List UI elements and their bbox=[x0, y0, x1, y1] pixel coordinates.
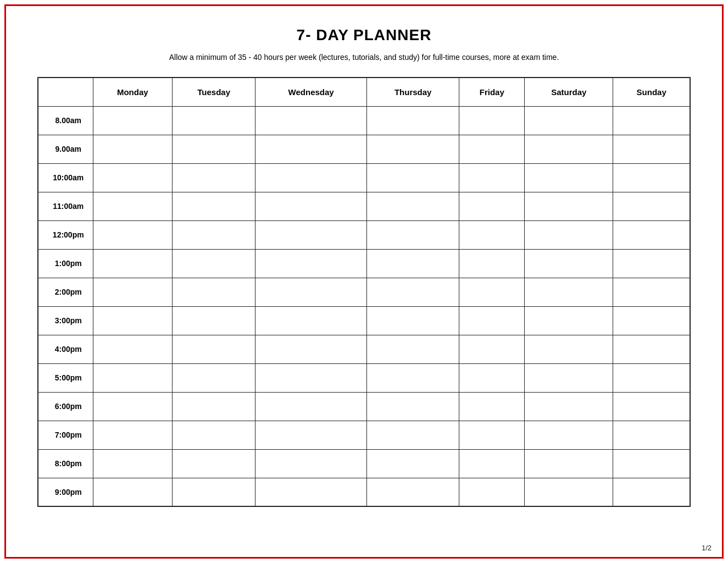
schedule-cell[interactable] bbox=[255, 392, 367, 421]
schedule-cell[interactable] bbox=[613, 135, 690, 163]
schedule-cell[interactable] bbox=[366, 421, 459, 449]
schedule-cell[interactable] bbox=[613, 306, 690, 335]
schedule-cell[interactable] bbox=[613, 478, 690, 506]
schedule-cell[interactable] bbox=[93, 363, 173, 392]
schedule-cell[interactable] bbox=[255, 449, 367, 478]
schedule-cell[interactable] bbox=[173, 278, 255, 306]
schedule-cell[interactable] bbox=[613, 106, 690, 135]
schedule-cell[interactable] bbox=[173, 363, 255, 392]
schedule-cell[interactable] bbox=[366, 335, 459, 363]
schedule-cell[interactable] bbox=[525, 163, 613, 192]
schedule-cell[interactable] bbox=[93, 335, 173, 363]
schedule-cell[interactable] bbox=[255, 163, 367, 192]
schedule-cell[interactable] bbox=[525, 106, 613, 135]
schedule-cell[interactable] bbox=[613, 278, 690, 306]
schedule-cell[interactable] bbox=[525, 306, 613, 335]
schedule-cell[interactable] bbox=[459, 335, 525, 363]
schedule-cell[interactable] bbox=[525, 363, 613, 392]
schedule-cell[interactable] bbox=[613, 335, 690, 363]
schedule-cell[interactable] bbox=[93, 392, 173, 421]
schedule-cell[interactable] bbox=[525, 335, 613, 363]
schedule-cell[interactable] bbox=[525, 449, 613, 478]
schedule-cell[interactable] bbox=[173, 478, 255, 506]
schedule-cell[interactable] bbox=[613, 421, 690, 449]
schedule-cell[interactable] bbox=[93, 306, 173, 335]
schedule-cell[interactable] bbox=[255, 363, 367, 392]
schedule-cell[interactable] bbox=[459, 363, 525, 392]
schedule-cell[interactable] bbox=[93, 421, 173, 449]
schedule-cell[interactable] bbox=[173, 249, 255, 278]
schedule-cell[interactable] bbox=[459, 106, 525, 135]
schedule-cell[interactable] bbox=[366, 478, 459, 506]
schedule-cell[interactable] bbox=[459, 278, 525, 306]
schedule-cell[interactable] bbox=[525, 249, 613, 278]
schedule-cell[interactable] bbox=[173, 135, 255, 163]
schedule-cell[interactable] bbox=[613, 220, 690, 249]
schedule-cell[interactable] bbox=[173, 163, 255, 192]
schedule-cell[interactable] bbox=[93, 220, 173, 249]
schedule-cell[interactable] bbox=[255, 306, 367, 335]
schedule-cell[interactable] bbox=[366, 249, 459, 278]
schedule-cell[interactable] bbox=[525, 220, 613, 249]
schedule-cell[interactable] bbox=[366, 106, 459, 135]
schedule-cell[interactable] bbox=[366, 449, 459, 478]
schedule-cell[interactable] bbox=[366, 392, 459, 421]
schedule-cell[interactable] bbox=[93, 249, 173, 278]
schedule-cell[interactable] bbox=[173, 192, 255, 220]
schedule-cell[interactable] bbox=[613, 392, 690, 421]
schedule-cell[interactable] bbox=[525, 278, 613, 306]
schedule-cell[interactable] bbox=[613, 363, 690, 392]
schedule-cell[interactable] bbox=[93, 478, 173, 506]
schedule-cell[interactable] bbox=[173, 421, 255, 449]
schedule-cell[interactable] bbox=[255, 135, 367, 163]
schedule-cell[interactable] bbox=[255, 278, 367, 306]
schedule-cell[interactable] bbox=[366, 278, 459, 306]
schedule-cell[interactable] bbox=[525, 392, 613, 421]
schedule-cell[interactable] bbox=[173, 106, 255, 135]
schedule-cell[interactable] bbox=[173, 449, 255, 478]
schedule-cell[interactable] bbox=[366, 135, 459, 163]
schedule-cell[interactable] bbox=[613, 449, 690, 478]
schedule-cell[interactable] bbox=[459, 249, 525, 278]
schedule-cell[interactable] bbox=[366, 192, 459, 220]
schedule-cell[interactable] bbox=[459, 449, 525, 478]
schedule-cell[interactable] bbox=[255, 335, 367, 363]
schedule-cell[interactable] bbox=[255, 478, 367, 506]
schedule-cell[interactable] bbox=[459, 163, 525, 192]
schedule-cell[interactable] bbox=[613, 192, 690, 220]
schedule-cell[interactable] bbox=[255, 192, 367, 220]
schedule-cell[interactable] bbox=[459, 421, 525, 449]
time-cell: 7:00pm bbox=[38, 421, 93, 449]
schedule-cell[interactable] bbox=[366, 220, 459, 249]
schedule-cell[interactable] bbox=[525, 192, 613, 220]
schedule-cell[interactable] bbox=[255, 249, 367, 278]
schedule-cell[interactable] bbox=[93, 278, 173, 306]
schedule-cell[interactable] bbox=[173, 220, 255, 249]
time-cell: 5:00pm bbox=[38, 363, 93, 392]
schedule-cell[interactable] bbox=[459, 306, 525, 335]
schedule-cell[interactable] bbox=[459, 478, 525, 506]
schedule-cell[interactable] bbox=[255, 421, 367, 449]
schedule-cell[interactable] bbox=[525, 421, 613, 449]
schedule-cell[interactable] bbox=[459, 135, 525, 163]
schedule-cell[interactable] bbox=[459, 392, 525, 421]
schedule-cell[interactable] bbox=[525, 478, 613, 506]
schedule-cell[interactable] bbox=[173, 306, 255, 335]
schedule-cell[interactable] bbox=[93, 106, 173, 135]
schedule-cell[interactable] bbox=[93, 135, 173, 163]
schedule-cell[interactable] bbox=[613, 163, 690, 192]
schedule-cell[interactable] bbox=[459, 192, 525, 220]
schedule-cell[interactable] bbox=[366, 306, 459, 335]
schedule-cell[interactable] bbox=[93, 449, 173, 478]
schedule-cell[interactable] bbox=[366, 363, 459, 392]
schedule-cell[interactable] bbox=[613, 249, 690, 278]
schedule-cell[interactable] bbox=[459, 220, 525, 249]
schedule-cell[interactable] bbox=[255, 220, 367, 249]
schedule-cell[interactable] bbox=[93, 163, 173, 192]
schedule-cell[interactable] bbox=[173, 392, 255, 421]
schedule-cell[interactable] bbox=[93, 192, 173, 220]
schedule-cell[interactable] bbox=[173, 335, 255, 363]
schedule-cell[interactable] bbox=[366, 163, 459, 192]
schedule-cell[interactable] bbox=[525, 135, 613, 163]
schedule-cell[interactable] bbox=[255, 106, 367, 135]
